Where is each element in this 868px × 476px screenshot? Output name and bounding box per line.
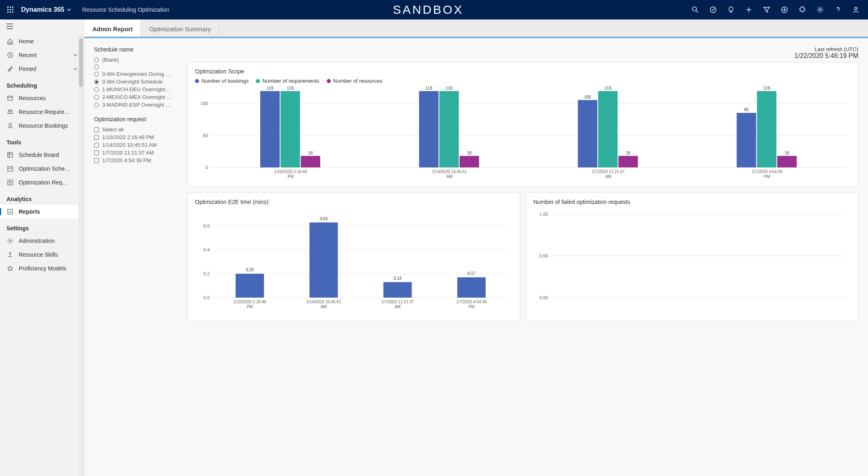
checkbox-icon: [94, 127, 99, 132]
chart-optimization-scope: Optimization Scope Number of bookings Nu…: [187, 62, 858, 187]
sidebar-item-optimization-req[interactable]: Optimization Req…: [0, 176, 84, 189]
sidebar-item-optimization-sche[interactable]: Optimization Sche…: [0, 162, 84, 176]
svg-line-10: [696, 11, 698, 13]
tab-optimization-summary[interactable]: Optimization Summary: [141, 19, 219, 36]
svg-rect-46: [301, 156, 320, 168]
svg-rect-8: [12, 11, 13, 13]
sidebar-item-recent[interactable]: Recent: [0, 48, 84, 62]
svg-text:119: 119: [287, 86, 294, 90]
sidebar-label: Resource Bookings: [19, 122, 68, 129]
svg-rect-0: [7, 6, 9, 8]
app-title: Resource Scheduling Optimization: [82, 6, 169, 13]
svg-text:PM: PM: [247, 304, 253, 309]
schedule-filter-item[interactable]: 0-WA Overnight Schedule: [94, 78, 175, 86]
sidebar-item-resource-skills[interactable]: Resource Skills: [0, 248, 84, 262]
sidebar-item-resources[interactable]: Resources: [0, 91, 84, 105]
user-icon[interactable]: [848, 0, 864, 19]
radio-icon: [94, 87, 99, 92]
sidebar-item-reports[interactable]: Reports: [0, 205, 84, 219]
sidebar-toggle[interactable]: [0, 19, 84, 34]
content-area: Admin Report Optimization Summary Schedu…: [84, 19, 868, 476]
schedule-filter-item[interactable]: [94, 64, 175, 70]
svg-rect-44: [281, 91, 300, 167]
group-header-scheduling: Scheduling: [0, 76, 84, 91]
svg-text:1/7/2020 4:54:39: 1/7/2020 4:54:39: [752, 169, 783, 174]
legend-bookings[interactable]: Number of bookings: [195, 78, 249, 84]
svg-rect-54: [460, 156, 479, 168]
schedule-filter-item[interactable]: 0-WA Emergencies During …: [94, 70, 175, 78]
group-header-tools: Tools: [0, 133, 84, 148]
gear-small-icon: [6, 237, 14, 244]
brand-dropdown[interactable]: Dynamics 365: [21, 6, 71, 13]
sidebar-item-home[interactable]: Home: [0, 34, 84, 48]
help-icon[interactable]: [830, 0, 846, 19]
legend-requirements[interactable]: Number of requirements: [256, 78, 319, 84]
star-icon: [6, 265, 14, 272]
chart-failed-requests: Number of failed optimization requests 0…: [526, 193, 859, 321]
sidebar-label: Proficiency Models: [19, 265, 66, 272]
topbar-actions: [687, 0, 864, 19]
svg-text:PM: PM: [287, 174, 294, 179]
app-launcher-icon[interactable]: [4, 3, 17, 16]
plus-icon[interactable]: [741, 0, 757, 19]
svg-text:105: 105: [584, 95, 591, 99]
group-header-settings: Settings: [0, 219, 84, 234]
chart-title: Number of failed optimization requests: [534, 199, 851, 205]
filter-label: 1/7/2020 11:21:37 AM: [102, 150, 154, 156]
task-icon[interactable]: [705, 0, 721, 19]
brand-label: Dynamics 365: [21, 6, 64, 13]
schedule-filter-item[interactable]: (Blank): [94, 56, 175, 64]
filter-label: 2-MEXICO-MEX Overnight …: [102, 94, 172, 100]
opt-request-filter-item[interactable]: 1/10/2020 2:16:48 PM: [94, 133, 175, 141]
opt-request-filter-item[interactable]: 1/14/2020 10:45:51 AM: [94, 141, 175, 149]
lightbulb-icon[interactable]: [723, 0, 739, 19]
add-circle-icon[interactable]: [776, 0, 793, 19]
sidebar-label: Recent: [19, 52, 36, 58]
filter-label: 0-WA Emergencies During …: [102, 71, 171, 77]
svg-rect-86: [309, 223, 338, 298]
svg-text:1/10/2020 2:16:48: 1/10/2020 2:16:48: [274, 169, 307, 174]
svg-text:0.4: 0.4: [204, 247, 210, 252]
sidebar-item-resource-bookings[interactable]: Resource Bookings: [0, 119, 84, 133]
charts-area: Last refresh (UTC) 1/22/2020 5:46:19 PM …: [187, 46, 858, 327]
svg-text:18: 18: [308, 151, 313, 155]
opt-request-filter-item[interactable]: 1/7/2020 11:21:37 AM: [94, 149, 175, 157]
resources-icon: [6, 94, 14, 102]
schedule-filter-item[interactable]: 3-MADRID-ESP Overnight …: [94, 101, 175, 109]
radio-icon: [94, 79, 99, 84]
opt-request-filter-item[interactable]: 1/7/2020 4:54:39 PM: [94, 157, 175, 164]
svg-text:0.50: 0.50: [539, 253, 548, 258]
sidebar-label: Resource Skills: [19, 251, 58, 258]
last-refresh: Last refresh (UTC) 1/22/2020 5:46:19 PM: [795, 46, 858, 60]
sidebar-item-administration[interactable]: Administration: [0, 234, 84, 248]
svg-text:119: 119: [446, 86, 452, 90]
svg-text:PM: PM: [764, 174, 770, 179]
tabs: Admin Report Optimization Summary: [84, 19, 868, 37]
chevron-down-icon: [67, 8, 71, 12]
svg-text:119: 119: [604, 86, 611, 90]
sidebar-item-pinned[interactable]: Pinned: [0, 62, 84, 76]
sidebar-scrollbar[interactable]: [78, 36, 84, 476]
svg-rect-68: [757, 91, 776, 167]
svg-point-25: [11, 110, 12, 111]
sidebar-item-proficiency-models[interactable]: Proficiency Models: [0, 262, 84, 275]
checkbox-icon: [94, 150, 99, 155]
tab-admin-report[interactable]: Admin Report: [84, 19, 141, 36]
gear-icon[interactable]: [812, 0, 828, 19]
sidebar-item-schedule-board[interactable]: Schedule Board: [0, 148, 84, 162]
failed-chart-svg: 0.000.501.00: [534, 208, 851, 314]
sidebar-label: Home: [19, 38, 34, 45]
opt-request-filter-item[interactable]: Select all: [94, 126, 175, 133]
sidebar-item-resource-require[interactable]: Resource Require…: [0, 105, 84, 119]
filter-title-schedule: Schedule name: [94, 46, 175, 53]
sidebar-label: Optimization Req…: [19, 179, 68, 186]
search-icon[interactable]: [687, 0, 703, 19]
filter-icon[interactable]: [759, 0, 775, 19]
svg-text:AM: AM: [605, 174, 611, 179]
settings-extension-icon[interactable]: [794, 0, 810, 19]
radio-icon: [94, 103, 99, 107]
legend-resources[interactable]: Number of resources: [327, 78, 382, 84]
schedule-filter-item[interactable]: 1-MUNICH-DEU Overnight…: [94, 86, 175, 93]
schedule-filter-item[interactable]: 2-MEXICO-MEX Overnight …: [94, 93, 175, 101]
sidebar-label: Pinned: [19, 66, 36, 72]
